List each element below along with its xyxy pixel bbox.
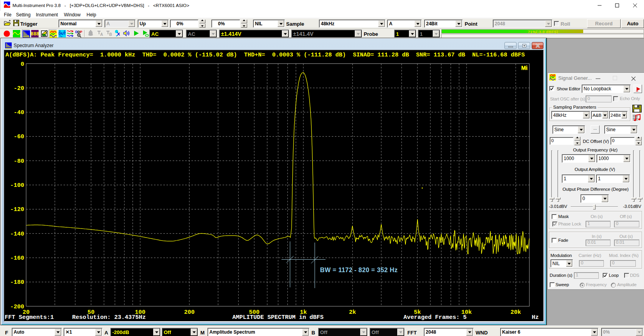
- svg-text:888: 888: [31, 32, 39, 37]
- svg-text:B: B: [109, 32, 112, 37]
- svg-text:AMPLITUDE SPECTRUM in dBFS: AMPLITUDE SPECTRUM in dBFS: [232, 314, 324, 321]
- svg-text:2k: 2k: [349, 309, 356, 316]
- svg-text:0: 0: [21, 61, 24, 68]
- svg-text:-120: -120: [10, 206, 24, 213]
- svg-text:-100: -100: [10, 182, 24, 189]
- svg-text:BW = 1172 - 820 = 352 Hz: BW = 1172 - 820 = 352 Hz: [320, 267, 398, 273]
- svg-text:200: 200: [184, 309, 195, 316]
- svg-text:Hz: Hz: [532, 314, 539, 321]
- svg-text:-20: -20: [14, 85, 24, 92]
- svg-text:-200: -200: [10, 304, 24, 310]
- svg-text:Averaged Frames: 5: Averaged Frames: 5: [403, 314, 467, 321]
- svg-text:FFT Segments:1: FFT Segments:1: [5, 314, 54, 321]
- svg-text:-80: -80: [14, 158, 24, 165]
- svg-text:-40: -40: [14, 109, 24, 116]
- svg-text:-180: -180: [10, 279, 24, 286]
- svg-text:DUT: DUT: [58, 32, 66, 35]
- svg-text:-140: -140: [10, 231, 24, 237]
- svg-text:Mi: Mi: [521, 65, 527, 71]
- svg-text:Resolution: 23.4375Hz: Resolution: 23.4375Hz: [72, 314, 146, 321]
- svg-text:A: A: [100, 32, 103, 37]
- svg-text:-60: -60: [14, 134, 24, 140]
- svg-text:20k: 20k: [510, 309, 521, 316]
- svg-text:A(dBFS)A: Peak Frequency= 1.0: A(dBFS)A: Peak Frequency= 1.0000 kHz THD…: [5, 52, 525, 58]
- svg-text:P: P: [80, 30, 82, 34]
- svg-text:-160: -160: [10, 255, 24, 262]
